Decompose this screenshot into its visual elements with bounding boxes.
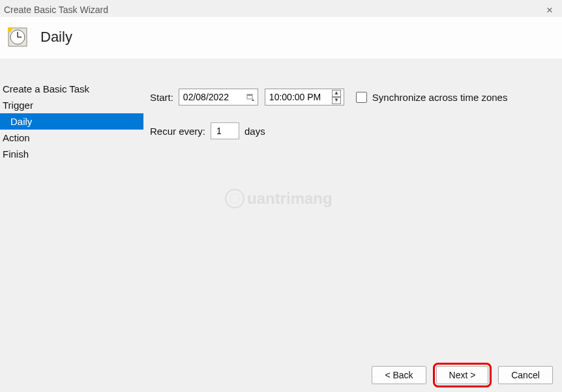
recur-unit-label: days <box>244 126 265 137</box>
time-spin-up-button[interactable]: ▲ <box>332 90 341 97</box>
wizard-header: Daily <box>0 17 562 59</box>
sidebar-item-create-basic-task[interactable]: Create a Basic Task <box>0 81 143 97</box>
recur-row: Recur every: days <box>150 122 562 139</box>
calendar-dropdown-icon[interactable] <box>246 92 255 102</box>
main-panel: Start: 02/08/2022 10:00:00 PM ▲ ▼ <box>143 73 562 358</box>
page-title: Daily <box>40 29 72 46</box>
cancel-button[interactable]: Cancel <box>498 366 553 384</box>
wizard-steps-sidebar: Create a Basic Task Trigger Daily Action… <box>0 73 143 358</box>
recur-label: Recur every: <box>150 126 205 137</box>
titlebar: Create Basic Task Wizard × <box>0 0 562 17</box>
start-row: Start: 02/08/2022 10:00:00 PM ▲ ▼ <box>150 89 562 105</box>
sidebar-item-action[interactable]: Action <box>0 130 143 146</box>
wizard-footer: < Back Next > Cancel <box>0 358 562 392</box>
recur-every-input[interactable] <box>211 122 239 139</box>
next-button-highlight: Next > <box>433 363 492 387</box>
sidebar-item-finish[interactable]: Finish <box>0 146 143 162</box>
next-button[interactable]: Next > <box>436 366 488 384</box>
close-button[interactable]: × <box>544 4 555 16</box>
start-label: Start: <box>150 92 173 103</box>
svg-rect-6 <box>247 94 252 96</box>
time-spin-down-button[interactable]: ▼ <box>332 97 341 104</box>
content-area: Create a Basic Task Trigger Daily Action… <box>0 73 562 358</box>
date-value: 02/08/2022 <box>183 92 229 102</box>
time-spinner: ▲ ▼ <box>332 90 341 104</box>
window-title: Create Basic Task Wizard <box>4 5 108 15</box>
close-icon: × <box>546 5 553 16</box>
time-value: 10:00:00 PM <box>269 92 321 102</box>
start-date-input[interactable]: 02/08/2022 <box>179 89 258 105</box>
sync-timezones-checkbox[interactable] <box>356 92 367 103</box>
sync-timezones-label: Synchronize across time zones <box>372 92 508 103</box>
start-time-input[interactable]: 10:00:00 PM ▲ ▼ <box>265 89 344 105</box>
sidebar-item-trigger[interactable]: Trigger <box>0 97 143 113</box>
sidebar-item-daily[interactable]: Daily <box>0 113 143 130</box>
back-button[interactable]: < Back <box>372 366 426 384</box>
scheduler-clock-icon <box>7 26 29 48</box>
